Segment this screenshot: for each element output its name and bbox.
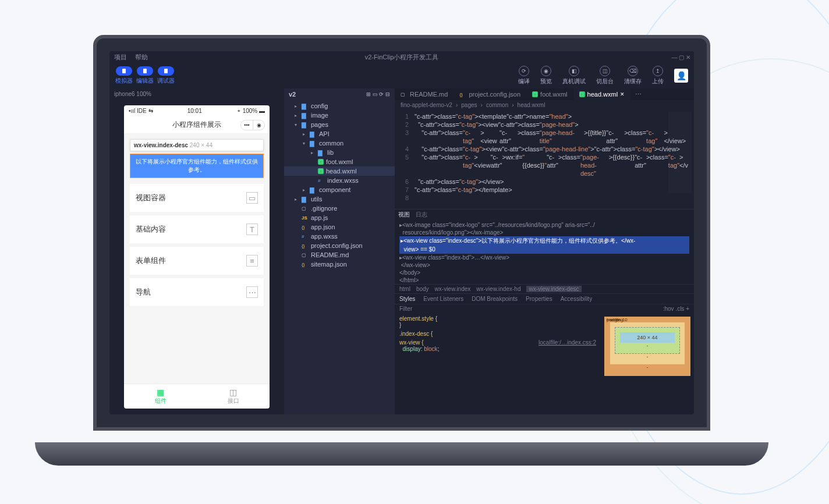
ide-body: iphone6 100% •ııl IDE ⇆ 10:01 ⚬ 100% ▬ 小… bbox=[109, 88, 694, 414]
tree-item-config[interactable]: ▸▇config bbox=[284, 101, 395, 111]
devtools-tab-Accessibility[interactable]: Accessibility bbox=[561, 296, 592, 302]
tool-上传[interactable]: ↥上传 bbox=[652, 66, 664, 86]
tool-code[interactable]: 编辑器 bbox=[136, 66, 154, 85]
sim-statusbar: •ııl IDE ⇆ 10:01 ⚬ 100% ▬ bbox=[124, 105, 270, 116]
sim-time: 10:01 bbox=[187, 108, 202, 114]
file-tree[interactable]: ▸▇config ▸▇image ▾▇pages ▸▇API ▾▇common … bbox=[284, 100, 395, 270]
tree-item-lib[interactable]: ▸▇lib bbox=[284, 148, 395, 157]
simulator-panel: iphone6 100% •ııl IDE ⇆ 10:01 ⚬ 100% ▬ 小… bbox=[109, 88, 284, 414]
sim-tabbar: ▦组件 ◫接口 bbox=[124, 384, 270, 409]
devtools-breadcrumb[interactable]: htmlbodywx-view.indexwx-view.index-hdwx-… bbox=[395, 284, 694, 293]
toolbar: 模拟器 编辑器 调试器 ⟳编译 ◉预览 ◧真机调试 ◫切后台 ⌫清缓存 ↥上传👤 bbox=[109, 63, 694, 88]
devtools-crumb-item[interactable]: wx-view.index bbox=[435, 286, 471, 292]
sim-content[interactable]: wx-view.index-desc 240 × 44 以下将展示小程序官方组件… bbox=[124, 133, 270, 384]
devtools-tab-Event Listeners[interactable]: Event Listeners bbox=[423, 296, 463, 302]
menu-help[interactable]: 帮助 bbox=[135, 53, 148, 62]
sim-battery: ⚬ 100% ▬ bbox=[236, 108, 265, 114]
sim-tab-接口[interactable]: ◫接口 bbox=[197, 384, 270, 409]
tree-item-app.js[interactable]: JSapp.js bbox=[284, 213, 395, 222]
devtools-elements[interactable]: ▸<wx-image class="index-logo" src="../re… bbox=[395, 220, 694, 284]
devtools-panel-tabs[interactable]: StylesEvent ListenersDOM BreakpointsProp… bbox=[395, 293, 694, 304]
file-explorer: v2 ⊞ ▭ ⟳ ⊟ ▸▇config ▸▇image ▾▇pages ▸▇AP… bbox=[284, 88, 395, 414]
editor-tab-README.md[interactable]: ▢README.md bbox=[395, 88, 454, 100]
menubar: 项目 帮助 v2-FinClip小程序开发工具 — ▢ ✕ bbox=[109, 51, 694, 63]
sim-list-item[interactable]: 视图容器▭ bbox=[130, 184, 264, 212]
svg-rect-0 bbox=[122, 69, 126, 73]
highlighted-element[interactable]: 以下将展示小程序官方组件能力，组件样式仅供参考。 bbox=[130, 154, 264, 178]
tree-item-app.wxss[interactable]: #app.wxss bbox=[284, 232, 395, 241]
editor-tab-foot.wxml[interactable]: ⬚foot.wxml bbox=[526, 88, 573, 100]
tree-item-image[interactable]: ▸▇image bbox=[284, 111, 395, 120]
tree-item-index.wxss[interactable]: #index.wxss bbox=[284, 176, 395, 185]
tree-item-project.config.json[interactable]: {}project.config.json bbox=[284, 241, 395, 250]
devtools-tab-Properties[interactable]: Properties bbox=[526, 296, 552, 302]
devtools-crumb-item[interactable]: wx-view.index-desc bbox=[526, 286, 581, 292]
editor-more-icon[interactable]: ⋯ bbox=[630, 91, 646, 98]
ide-window: 项目 帮助 v2-FinClip小程序开发工具 — ▢ ✕ 模拟器 编辑器 调试… bbox=[109, 51, 694, 414]
sim-tab-组件[interactable]: ▦组件 bbox=[124, 384, 197, 409]
editor-tab-project.config.json[interactable]: {}project.config.json bbox=[454, 88, 526, 100]
devtools-styles[interactable]: element.style {}.index-desc {</span></di… bbox=[395, 313, 601, 414]
laptop-frame: 项目 帮助 v2-FinClip小程序开发工具 — ▢ ✕ 模拟器 编辑器 调试… bbox=[93, 35, 710, 454]
laptop-screen: 项目 帮助 v2-FinClip小程序开发工具 — ▢ ✕ 模拟器 编辑器 调试… bbox=[93, 35, 710, 431]
explorer-header[interactable]: v2 ⊞ ▭ ⟳ ⊟ bbox=[284, 88, 395, 100]
editor-tabs: ▢README.md {}project.config.json ⬚foot.w… bbox=[395, 88, 694, 100]
sim-list-item[interactable]: 表单组件≡ bbox=[130, 247, 264, 275]
sim-capsule[interactable]: •••◉ bbox=[240, 120, 265, 130]
tool-清缓存[interactable]: ⌫清缓存 bbox=[624, 66, 642, 86]
breadcrumb-part[interactable]: common bbox=[486, 102, 508, 108]
tree-item-sitemap.json[interactable]: {}sitemap.json bbox=[284, 260, 395, 269]
tool-切后台[interactable]: ◫切后台 bbox=[596, 66, 614, 86]
tree-item-app.json[interactable]: {}app.json bbox=[284, 222, 395, 232]
tree-item-component[interactable]: ▸▇component bbox=[284, 185, 395, 194]
sim-nav-title: 小程序组件展示 bbox=[172, 120, 221, 130]
tree-item-head.wxml[interactable]: ⬚head.wxml bbox=[284, 166, 395, 176]
laptop-base bbox=[35, 442, 768, 466]
devtools: 视图 日志 ▸<wx-image class="index-logo" src=… bbox=[395, 209, 694, 414]
window-controls[interactable]: — ▢ ✕ bbox=[671, 54, 690, 61]
tool-预览[interactable]: ◉预览 bbox=[540, 66, 552, 86]
code-editor[interactable]: 1"c-attr">class="c-tag"><template "c-att… bbox=[395, 110, 694, 209]
devtools-crumb-item[interactable]: wx-view.index-hd bbox=[476, 286, 520, 292]
window-title: v2-FinClip小程序开发工具 bbox=[365, 53, 439, 62]
breadcrumb-part[interactable]: head.wxml bbox=[518, 102, 545, 108]
tree-item-pages[interactable]: ▾▇pages bbox=[284, 120, 395, 129]
breadcrumb-part[interactable]: fino-applet-demo-v2 bbox=[401, 102, 452, 108]
devtools-crumb-item[interactable]: html bbox=[399, 286, 410, 292]
editor-tab-head.wxml[interactable]: ⬚head.wxml✕ bbox=[573, 88, 631, 100]
breadcrumb-part[interactable]: pages bbox=[461, 102, 477, 108]
box-model[interactable]: margin 10 border - padding - 240 × 44 - … bbox=[601, 313, 694, 414]
editor-panel: ▢README.md {}project.config.json ⬚foot.w… bbox=[395, 88, 694, 414]
editor-breadcrumb[interactable]: fino-applet-demo-v2 › pages › common › h… bbox=[395, 100, 694, 110]
tool-phone[interactable]: 模拟器 bbox=[115, 66, 133, 85]
simulator-device-label[interactable]: iphone6 100% bbox=[109, 88, 284, 100]
sim-list-item[interactable]: 基础内容T bbox=[130, 215, 264, 243]
simulator-device[interactable]: •ııl IDE ⇆ 10:01 ⚬ 100% ▬ 小程序组件展示 •••◉ bbox=[124, 105, 270, 409]
explorer-actions[interactable]: ⊞ ▭ ⟳ ⊟ bbox=[366, 91, 390, 97]
devtools-crumb-item[interactable]: body bbox=[416, 286, 429, 292]
tool-真机调试[interactable]: ◧真机调试 bbox=[562, 66, 586, 86]
devtools-styles-bar[interactable]: Filter :hov .cls + bbox=[395, 304, 694, 313]
inspect-tooltip: wx-view.index-desc 240 × 44 bbox=[130, 139, 264, 151]
tree-item-utils[interactable]: ▸▇utils bbox=[284, 194, 395, 204]
tree-item-.gitignore[interactable]: ▢.gitignore bbox=[284, 204, 395, 213]
sim-list-item[interactable]: 导航⋯ bbox=[130, 278, 264, 306]
svg-rect-1 bbox=[143, 69, 147, 73]
tool-编译[interactable]: ⟳编译 bbox=[518, 66, 530, 86]
tree-item-API[interactable]: ▸▇API bbox=[284, 129, 395, 139]
devtools-tab-Styles[interactable]: Styles bbox=[399, 296, 415, 302]
sim-navbar: 小程序组件展示 •••◉ bbox=[124, 116, 270, 133]
devtools-tabs-top[interactable]: 视图 日志 bbox=[395, 210, 694, 220]
svg-rect-2 bbox=[164, 69, 168, 73]
devtools-tab-DOM Breakpoints[interactable]: DOM Breakpoints bbox=[472, 296, 518, 302]
tree-item-README.md[interactable]: ▢README.md bbox=[284, 250, 395, 260]
avatar[interactable]: 👤 bbox=[674, 69, 688, 83]
tree-item-foot.wxml[interactable]: ⬚foot.wxml bbox=[284, 157, 395, 166]
tree-item-common[interactable]: ▾▇common bbox=[284, 139, 395, 148]
tool-bars[interactable]: 调试器 bbox=[157, 66, 175, 85]
sim-signal: •ııl IDE ⇆ bbox=[129, 108, 153, 114]
menu-project[interactable]: 项目 bbox=[114, 53, 127, 62]
